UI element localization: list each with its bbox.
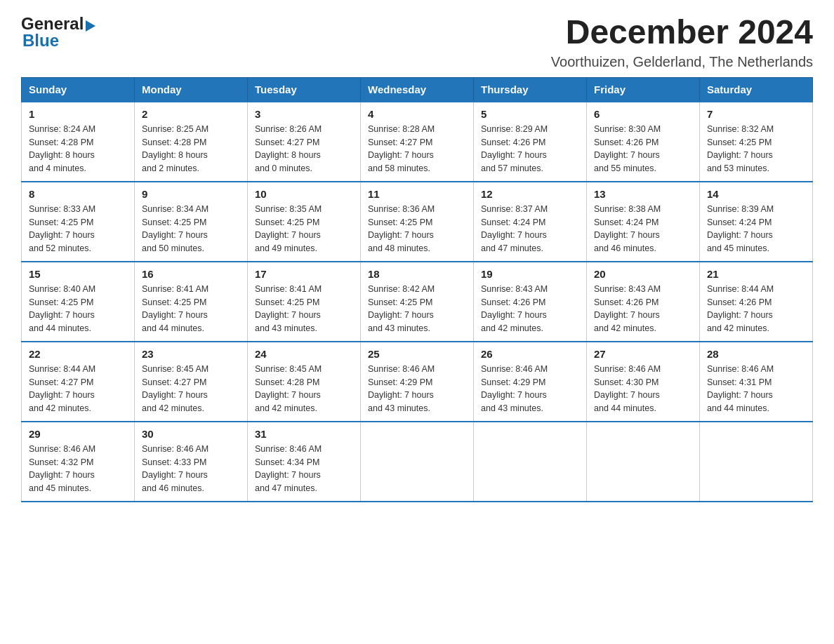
day-number: 17	[255, 268, 353, 280]
calendar-cell: 31Sunrise: 8:46 AM Sunset: 4:34 PM Dayli…	[248, 422, 361, 502]
calendar-cell: 17Sunrise: 8:41 AM Sunset: 4:25 PM Dayli…	[248, 262, 361, 342]
day-number: 11	[368, 188, 466, 200]
logo: General Blue	[21, 14, 95, 51]
day-info: Sunrise: 8:32 AM Sunset: 4:25 PM Dayligh…	[707, 123, 805, 175]
day-number: 14	[707, 188, 805, 200]
day-info: Sunrise: 8:44 AM Sunset: 4:26 PM Dayligh…	[707, 283, 805, 335]
day-number: 25	[368, 348, 466, 360]
day-number: 20	[594, 268, 692, 280]
calendar-week-5: 29Sunrise: 8:46 AM Sunset: 4:32 PM Dayli…	[22, 422, 813, 502]
day-info: Sunrise: 8:46 AM Sunset: 4:31 PM Dayligh…	[707, 363, 805, 415]
calendar-cell: 10Sunrise: 8:35 AM Sunset: 4:25 PM Dayli…	[248, 182, 361, 262]
calendar-cell: 9Sunrise: 8:34 AM Sunset: 4:25 PM Daylig…	[135, 182, 248, 262]
day-number: 18	[368, 268, 466, 280]
header-day-saturday: Saturday	[700, 77, 813, 102]
day-info: Sunrise: 8:46 AM Sunset: 4:30 PM Dayligh…	[594, 363, 692, 415]
day-info: Sunrise: 8:28 AM Sunset: 4:27 PM Dayligh…	[368, 123, 466, 175]
day-info: Sunrise: 8:30 AM Sunset: 4:26 PM Dayligh…	[594, 123, 692, 175]
header-day-wednesday: Wednesday	[361, 77, 474, 102]
day-info: Sunrise: 8:25 AM Sunset: 4:28 PM Dayligh…	[142, 123, 240, 175]
calendar-cell	[587, 422, 700, 502]
calendar-cell: 7Sunrise: 8:32 AM Sunset: 4:25 PM Daylig…	[700, 102, 813, 182]
calendar-week-2: 8Sunrise: 8:33 AM Sunset: 4:25 PM Daylig…	[22, 182, 813, 262]
calendar-cell: 23Sunrise: 8:45 AM Sunset: 4:27 PM Dayli…	[135, 342, 248, 422]
day-number: 5	[481, 108, 579, 120]
day-number: 31	[255, 428, 353, 440]
calendar-cell: 25Sunrise: 8:46 AM Sunset: 4:29 PM Dayli…	[361, 342, 474, 422]
day-info: Sunrise: 8:46 AM Sunset: 4:32 PM Dayligh…	[29, 443, 127, 495]
header-row: SundayMondayTuesdayWednesdayThursdayFrid…	[22, 77, 813, 102]
day-info: Sunrise: 8:45 AM Sunset: 4:27 PM Dayligh…	[142, 363, 240, 415]
calendar-cell: 19Sunrise: 8:43 AM Sunset: 4:26 PM Dayli…	[474, 262, 587, 342]
day-info: Sunrise: 8:46 AM Sunset: 4:29 PM Dayligh…	[481, 363, 579, 415]
day-info: Sunrise: 8:43 AM Sunset: 4:26 PM Dayligh…	[594, 283, 692, 335]
day-number: 10	[255, 188, 353, 200]
header-day-thursday: Thursday	[474, 77, 587, 102]
calendar-cell: 20Sunrise: 8:43 AM Sunset: 4:26 PM Dayli…	[587, 262, 700, 342]
day-info: Sunrise: 8:34 AM Sunset: 4:25 PM Dayligh…	[142, 203, 240, 255]
calendar-cell: 22Sunrise: 8:44 AM Sunset: 4:27 PM Dayli…	[22, 342, 135, 422]
calendar-week-3: 15Sunrise: 8:40 AM Sunset: 4:25 PM Dayli…	[22, 262, 813, 342]
calendar-cell: 27Sunrise: 8:46 AM Sunset: 4:30 PM Dayli…	[587, 342, 700, 422]
day-info: Sunrise: 8:26 AM Sunset: 4:27 PM Dayligh…	[255, 123, 353, 175]
calendar-cell: 21Sunrise: 8:44 AM Sunset: 4:26 PM Dayli…	[700, 262, 813, 342]
day-number: 4	[368, 108, 466, 120]
day-number: 3	[255, 108, 353, 120]
day-number: 15	[29, 268, 127, 280]
calendar-week-1: 1Sunrise: 8:24 AM Sunset: 4:28 PM Daylig…	[22, 102, 813, 182]
calendar-table: SundayMondayTuesdayWednesdayThursdayFrid…	[21, 77, 813, 502]
day-info: Sunrise: 8:41 AM Sunset: 4:25 PM Dayligh…	[255, 283, 353, 335]
day-number: 30	[142, 428, 240, 440]
day-number: 16	[142, 268, 240, 280]
logo-arrow-icon	[86, 20, 95, 32]
header-day-friday: Friday	[587, 77, 700, 102]
calendar-cell: 15Sunrise: 8:40 AM Sunset: 4:25 PM Dayli…	[22, 262, 135, 342]
calendar-header: SundayMondayTuesdayWednesdayThursdayFrid…	[22, 77, 813, 102]
logo-blue-text: Blue	[22, 31, 59, 51]
calendar-body: 1Sunrise: 8:24 AM Sunset: 4:28 PM Daylig…	[22, 102, 813, 502]
day-number: 2	[142, 108, 240, 120]
day-number: 22	[29, 348, 127, 360]
day-info: Sunrise: 8:42 AM Sunset: 4:25 PM Dayligh…	[368, 283, 466, 335]
day-number: 27	[594, 348, 692, 360]
header-day-sunday: Sunday	[22, 77, 135, 102]
calendar-cell: 13Sunrise: 8:38 AM Sunset: 4:24 PM Dayli…	[587, 182, 700, 262]
calendar-cell: 16Sunrise: 8:41 AM Sunset: 4:25 PM Dayli…	[135, 262, 248, 342]
calendar-cell: 3Sunrise: 8:26 AM Sunset: 4:27 PM Daylig…	[248, 102, 361, 182]
day-number: 28	[707, 348, 805, 360]
calendar-cell	[474, 422, 587, 502]
calendar-cell: 11Sunrise: 8:36 AM Sunset: 4:25 PM Dayli…	[361, 182, 474, 262]
day-number: 23	[142, 348, 240, 360]
calendar-week-4: 22Sunrise: 8:44 AM Sunset: 4:27 PM Dayli…	[22, 342, 813, 422]
calendar-cell: 26Sunrise: 8:46 AM Sunset: 4:29 PM Dayli…	[474, 342, 587, 422]
day-number: 13	[594, 188, 692, 200]
day-info: Sunrise: 8:38 AM Sunset: 4:24 PM Dayligh…	[594, 203, 692, 255]
calendar-cell: 28Sunrise: 8:46 AM Sunset: 4:31 PM Dayli…	[700, 342, 813, 422]
day-number: 29	[29, 428, 127, 440]
day-info: Sunrise: 8:44 AM Sunset: 4:27 PM Dayligh…	[29, 363, 127, 415]
location-subtitle: Voorthuizen, Gelderland, The Netherlands	[551, 54, 813, 70]
calendar-cell	[361, 422, 474, 502]
day-number: 21	[707, 268, 805, 280]
calendar-cell: 5Sunrise: 8:29 AM Sunset: 4:26 PM Daylig…	[474, 102, 587, 182]
day-info: Sunrise: 8:46 AM Sunset: 4:33 PM Dayligh…	[142, 443, 240, 495]
day-number: 8	[29, 188, 127, 200]
day-number: 6	[594, 108, 692, 120]
header-day-monday: Monday	[135, 77, 248, 102]
calendar-cell: 24Sunrise: 8:45 AM Sunset: 4:28 PM Dayli…	[248, 342, 361, 422]
day-info: Sunrise: 8:35 AM Sunset: 4:25 PM Dayligh…	[255, 203, 353, 255]
day-info: Sunrise: 8:45 AM Sunset: 4:28 PM Dayligh…	[255, 363, 353, 415]
day-number: 24	[255, 348, 353, 360]
header-day-tuesday: Tuesday	[248, 77, 361, 102]
title-block: December 2024 Voorthuizen, Gelderland, T…	[551, 14, 813, 70]
calendar-cell: 6Sunrise: 8:30 AM Sunset: 4:26 PM Daylig…	[587, 102, 700, 182]
day-info: Sunrise: 8:37 AM Sunset: 4:24 PM Dayligh…	[481, 203, 579, 255]
day-info: Sunrise: 8:24 AM Sunset: 4:28 PM Dayligh…	[29, 123, 127, 175]
day-info: Sunrise: 8:36 AM Sunset: 4:25 PM Dayligh…	[368, 203, 466, 255]
page-header: General Blue December 2024 Voorthuizen, …	[21, 14, 813, 70]
day-number: 19	[481, 268, 579, 280]
day-number: 1	[29, 108, 127, 120]
calendar-cell: 18Sunrise: 8:42 AM Sunset: 4:25 PM Dayli…	[361, 262, 474, 342]
calendar-cell: 1Sunrise: 8:24 AM Sunset: 4:28 PM Daylig…	[22, 102, 135, 182]
calendar-cell: 29Sunrise: 8:46 AM Sunset: 4:32 PM Dayli…	[22, 422, 135, 502]
